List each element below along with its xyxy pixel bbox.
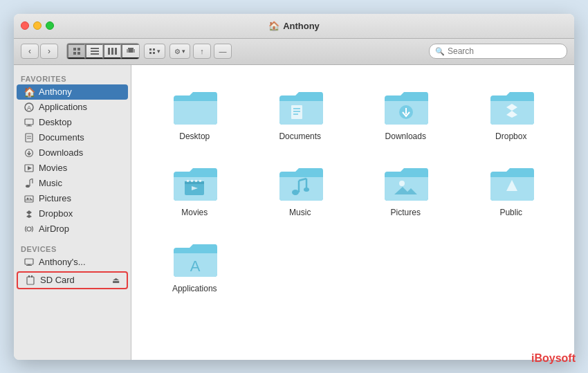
eject-icon[interactable]: ⏏ xyxy=(112,275,120,285)
tag-button[interactable]: — xyxy=(214,44,232,59)
svg-point-39 xyxy=(27,227,31,231)
sidebar-label-applications: Applications xyxy=(39,102,87,112)
search-icon: 🔍 xyxy=(435,47,445,56)
folder-applications[interactable]: A Applications xyxy=(145,231,244,300)
folder-documents[interactable]: Documents xyxy=(251,79,350,148)
svg-rect-60 xyxy=(195,180,197,182)
close-button[interactable] xyxy=(21,21,29,30)
svg-rect-2 xyxy=(73,52,76,55)
list-view-button[interactable] xyxy=(85,44,103,59)
computer-icon xyxy=(24,257,35,268)
column-view-button[interactable] xyxy=(103,44,121,59)
sidebar-item-downloads[interactable]: Downloads xyxy=(17,145,128,161)
sidebar-item-pictures[interactable]: Pictures xyxy=(17,191,128,206)
svg-point-63 xyxy=(292,190,299,195)
svg-point-29 xyxy=(26,185,30,188)
cover-view-button[interactable] xyxy=(121,44,139,59)
folder-downloads[interactable]: Downloads xyxy=(356,79,455,148)
svg-rect-21 xyxy=(26,125,32,126)
sidebar-label-anthonys: Anthony's... xyxy=(39,257,86,267)
svg-rect-8 xyxy=(111,48,113,55)
view-buttons xyxy=(66,43,140,60)
home-icon: 🏠 xyxy=(24,87,35,98)
svg-rect-13 xyxy=(149,48,151,51)
pictures-icon xyxy=(24,193,35,204)
sidebar-item-desktop[interactable]: Desktop xyxy=(17,115,128,130)
svg-rect-11 xyxy=(127,49,129,53)
icon-view-button[interactable] xyxy=(67,44,85,59)
folder-movies-label: Movies xyxy=(181,208,208,217)
documents-icon xyxy=(24,132,35,143)
tag-icon: — xyxy=(219,47,227,55)
svg-rect-40 xyxy=(25,259,33,264)
gear-icon: ⚙ xyxy=(174,48,181,55)
sidebar-label-anthony: Anthony xyxy=(39,87,72,97)
svg-rect-14 xyxy=(153,48,155,51)
nav-buttons: ‹ › xyxy=(21,44,58,59)
folder-music-icon xyxy=(276,162,324,203)
svg-rect-33 xyxy=(25,196,33,202)
svg-marker-28 xyxy=(28,166,32,170)
search-box[interactable]: 🔍 xyxy=(429,44,567,59)
folder-documents-icon xyxy=(276,86,324,127)
folder-movies-icon xyxy=(170,162,219,203)
sidebar-item-movies[interactable]: Movies xyxy=(17,161,128,176)
window-title: 🏠 Anthony xyxy=(268,21,320,31)
svg-text:A: A xyxy=(27,104,31,111)
svg-rect-19 xyxy=(25,119,33,125)
sidebar-item-documents[interactable]: Documents xyxy=(17,130,128,145)
sidebar-label-airdrop: AirDrop xyxy=(39,224,69,234)
svg-rect-7 xyxy=(108,48,110,55)
folder-public-label: Public xyxy=(499,208,522,217)
maximize-button[interactable] xyxy=(46,21,54,30)
svg-rect-15 xyxy=(149,52,151,54)
sidebar: Favorites 🏠 Anthony A Applications Deskt… xyxy=(14,65,131,360)
airdrop-icon xyxy=(24,224,35,235)
titlebar: 🏠 Anthony xyxy=(14,14,574,39)
sidebar-item-applications[interactable]: A Applications xyxy=(17,100,128,115)
minimize-button[interactable] xyxy=(33,21,42,30)
folder-pictures-icon xyxy=(381,162,430,203)
folder-movies[interactable]: Movies xyxy=(145,155,244,224)
devices-section-title: Devices xyxy=(14,242,131,255)
svg-rect-5 xyxy=(91,51,99,52)
svg-point-67 xyxy=(304,188,309,192)
svg-rect-22 xyxy=(26,134,33,142)
sidebar-item-dropbox[interactable]: Dropbox xyxy=(17,206,128,221)
back-button[interactable]: ‹ xyxy=(21,44,39,59)
sidebar-item-airdrop[interactable]: AirDrop xyxy=(17,221,128,237)
search-input[interactable] xyxy=(448,46,561,56)
folder-desktop-icon xyxy=(170,86,219,127)
title-text: Anthony xyxy=(283,21,320,31)
svg-text:A: A xyxy=(190,257,201,275)
sidebar-item-anthonys[interactable]: Anthony's... xyxy=(17,255,128,270)
view-dropdown: ▾ xyxy=(144,44,165,59)
view-options-button[interactable]: ▾ xyxy=(144,44,165,59)
action-buttons: ⚙ ▾ ↑ — xyxy=(169,44,232,59)
folder-applications-label: Applications xyxy=(172,284,217,293)
sidebar-label-music: Music xyxy=(39,178,62,188)
sidebar-item-anthony[interactable]: 🏠 Anthony xyxy=(17,84,128,100)
gear-button[interactable]: ⚙ ▾ xyxy=(169,44,190,59)
folder-public-icon xyxy=(487,162,535,203)
sidebar-item-music[interactable]: Music xyxy=(17,176,128,191)
sidebar-label-documents: Documents xyxy=(39,132,84,143)
folder-desktop[interactable]: Desktop xyxy=(145,79,244,148)
favorites-section-title: Favorites xyxy=(14,72,131,84)
sidebar-label-dropbox: Dropbox xyxy=(39,208,73,219)
forward-button[interactable]: › xyxy=(40,44,58,59)
svg-rect-16 xyxy=(153,52,155,54)
folder-applications-icon: A xyxy=(170,238,219,280)
folder-dropbox-label: Dropbox xyxy=(495,131,526,141)
share-icon: ↑ xyxy=(200,47,204,55)
sidebar-item-sdcard[interactable]: SD Card ⏏ xyxy=(17,271,128,289)
share-button[interactable]: ↑ xyxy=(193,44,211,59)
folder-pictures[interactable]: Pictures xyxy=(356,155,455,224)
folder-dropbox[interactable]: Dropbox xyxy=(462,79,561,148)
svg-rect-10 xyxy=(128,48,134,53)
dropbox-icon xyxy=(24,208,35,219)
folder-music[interactable]: Music xyxy=(251,155,350,224)
svg-rect-0 xyxy=(73,48,76,51)
svg-rect-41 xyxy=(28,264,30,265)
folder-public[interactable]: Public xyxy=(462,155,561,224)
